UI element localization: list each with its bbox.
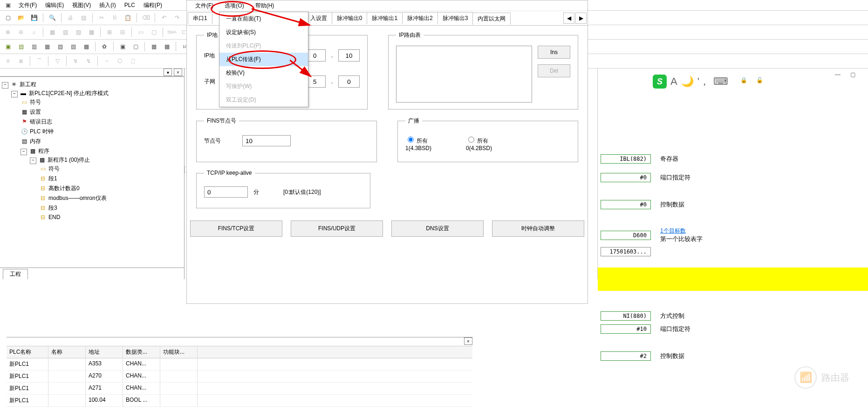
menu-program[interactable]: 编程(P) [140, 0, 166, 10]
tree-clock[interactable]: 🕒PLC 时钟 [21, 127, 182, 137]
sub-oct4[interactable] [338, 76, 360, 88]
tree-memory[interactable]: ▤内存 [21, 137, 182, 146]
tree-undock-icon[interactable]: ▾ [164, 69, 172, 76]
win-max-icon[interactable]: ▢ [847, 69, 859, 81]
tab-input[interactable]: 入设置 [305, 12, 332, 24]
watermark-icon: 📶 [794, 366, 817, 389]
tab-pulse0[interactable]: 脉冲输出0 [332, 12, 368, 24]
tb3-g-icon[interactable]: ▩ [80, 41, 92, 53]
dd-set-default[interactable]: 设定缺省(S) [219, 26, 308, 39]
tb3-b-icon[interactable]: ▤ [15, 41, 27, 53]
ip-oct4[interactable] [338, 49, 360, 62]
tab-ethernet[interactable]: 内置以太网 [472, 13, 511, 25]
print-preview-icon[interactable]: 🔍 [46, 12, 58, 24]
tb3-k-icon[interactable]: ▦ [148, 41, 160, 53]
tree-symbols[interactable]: ▭符号 [21, 97, 182, 107]
tb3-i-icon[interactable]: ▣ [116, 41, 129, 53]
tree-errlog[interactable]: ⚑错误日志 [21, 117, 182, 127]
clock-button[interactable]: 时钟自动调整 [492, 220, 584, 237]
tb3-a-icon[interactable]: ▣ [2, 41, 14, 53]
open-icon[interactable]: 📂 [15, 12, 27, 24]
tree-modbus[interactable]: ⊟modbus——omron仪表 [39, 193, 182, 203]
menu-file[interactable]: 文件(F) [15, 0, 41, 10]
bc-all0-radio[interactable]: 所有0(4.2BSD) [466, 135, 499, 151]
tree-p-symbols[interactable]: ▭符号 [39, 164, 182, 174]
menu-view[interactable]: 视图(V) [68, 0, 95, 10]
tb3-j-icon[interactable]: ▢ [130, 41, 142, 53]
tree-close-icon[interactable]: × [174, 69, 182, 76]
win-min-icon[interactable]: — [832, 69, 844, 81]
route-ins-button[interactable]: Ins [538, 46, 570, 59]
keepalive-input[interactable] [204, 186, 248, 198]
tb3-c-icon[interactable]: ▥ [28, 41, 40, 53]
zoom-in-icon: ⊕ [2, 26, 14, 38]
r3-extra: 17501603... [601, 247, 651, 256]
dd-from-plc[interactable]: 从PLC传送(F) [219, 53, 308, 66]
tool-c-icon: ▨ [72, 26, 84, 38]
tree-programs[interactable]: −▩程序 −▩新程序1 (00)停止 ▭符号 ⊟段1 ⊟高数计数器0 [21, 146, 182, 223]
tree-seg1-label: 段1 [48, 175, 57, 182]
menu-edit[interactable]: 编辑(E) [41, 0, 68, 10]
tree-counter[interactable]: ⊟高数计数器0 [39, 184, 182, 193]
r2-lbl: 控制数据 [660, 200, 684, 209]
tree-tab-project[interactable]: 工程 [3, 269, 28, 279]
col-dtype[interactable]: 数据类... [123, 346, 160, 358]
tree-seg1[interactable]: ⊟段1 [39, 174, 182, 184]
unlock-icon[interactable]: 🔓 [753, 74, 765, 86]
tb4-i-icon: ⎕ [127, 55, 139, 67]
tree-prog1[interactable]: −▩新程序1 (00)停止 ▭符号 ⊟段1 ⊟高数计数器0 ⊟modbus——o… [30, 155, 182, 222]
menu-insert[interactable]: 插入(I) [96, 0, 119, 10]
route-listbox[interactable] [396, 46, 532, 103]
tb4-c-icon: ⎺ [33, 55, 45, 67]
table-row[interactable]: 新PLC1A270CHAN... [7, 371, 472, 383]
col-name[interactable]: 名称 [48, 346, 86, 358]
tb3-e-icon[interactable]: ▧ [54, 41, 66, 53]
table-row[interactable]: 新PLC1100.04BOOL ... [7, 395, 472, 407]
tab-pulse1[interactable]: 脉冲输出1 [367, 12, 403, 24]
keepalive-hint: [0:默认值(120)] [283, 188, 321, 196]
tree-settings-label: 设置 [30, 109, 41, 115]
col-fb[interactable]: 功能块... [160, 346, 198, 358]
col-plc[interactable]: PLC名称 [7, 346, 48, 358]
keepalive-legend: TCP/IP keep-alive [204, 170, 255, 176]
ime-logo-icon[interactable]: S [653, 75, 667, 89]
tab-serial1[interactable]: 串口1 [188, 12, 212, 24]
dlg-menu-help[interactable]: 帮助(H) [251, 1, 279, 11]
r3-link[interactable]: 1个目标数 [660, 227, 686, 234]
menu-plc[interactable]: PLC [121, 1, 139, 9]
new-icon[interactable]: ▢ [2, 12, 14, 24]
dlg-menu-file[interactable]: 文件(F) [191, 1, 218, 11]
ime-mode-icon[interactable]: A [670, 76, 677, 88]
table-row[interactable]: 新PLC1A353CHAN... [7, 358, 472, 371]
tree-end[interactable]: ⊟END [39, 213, 182, 221]
fins-udp-button[interactable]: FINS/UDP设置 [291, 220, 383, 237]
tab-pulse3[interactable]: 脉冲输出3 [437, 12, 473, 24]
tree-seg3[interactable]: ⊟段3 [39, 203, 182, 213]
tb3-l-icon[interactable]: ▩ [161, 41, 173, 53]
ime-moon-icon[interactable]: 🌙 [681, 76, 694, 88]
ime-keyboard-icon[interactable]: ⌨ [713, 76, 728, 88]
tree-settings[interactable]: ▦设置 [21, 107, 182, 117]
fins-tcp-button[interactable]: FINS/TCP设置 [190, 220, 282, 237]
dlg-menu-options[interactable]: 选项(O) [220, 1, 248, 11]
dns-button[interactable]: DNS设置 [391, 220, 484, 237]
grid-header: PLC名称 名称 地址 数据类... 功能块... [7, 346, 472, 358]
grid-close-icon[interactable]: × [464, 337, 472, 345]
tree-root[interactable]: −✳新工程 −▬新PLC1[CP2E-N] 停止/程序模式 ▭符号 ▦设置 ⚑错… [2, 80, 182, 225]
tab-pulse2[interactable]: 脉冲输出2 [402, 12, 438, 24]
col-addr[interactable]: 地址 [86, 346, 123, 358]
bc-all1-radio[interactable]: 所有1(4.3BSD) [405, 135, 438, 151]
node-input[interactable] [242, 135, 291, 146]
tree-plc[interactable]: −▬新PLC1[CP2E-N] 停止/程序模式 ▭符号 ▦设置 ⚑错误日志 🕒P… [11, 89, 182, 224]
tb3-f-icon[interactable]: ▨ [67, 41, 79, 53]
tabs-scroll-right-icon[interactable]: ▶ [575, 13, 587, 24]
table-row[interactable]: 新PLC1A271CHAN... [7, 383, 472, 395]
dd-always-top[interactable]: 一直在前面(T) [219, 12, 308, 26]
tb3-d-icon[interactable]: ▦ [41, 41, 53, 53]
tb3-h-icon[interactable]: ✿ [98, 41, 110, 53]
tabs-scroll-left-icon[interactable]: ◀ [563, 13, 574, 24]
save-icon[interactable]: 💾 [28, 12, 40, 24]
lock-icon[interactable]: 🔒 [738, 74, 750, 86]
ime-comma-icon[interactable]: '， [697, 75, 710, 89]
dd-verify[interactable]: 校验(V) [219, 66, 308, 80]
